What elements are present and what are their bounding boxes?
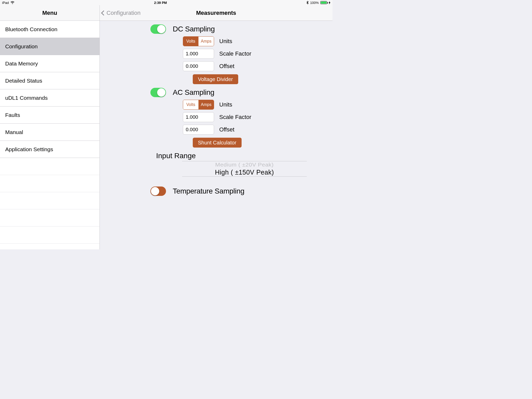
sidebar-item-label: Data Memory <box>5 61 38 67</box>
shunt-calculator-button[interactable]: Shunt Calculator <box>193 138 242 148</box>
sidebar-item-label: Manual <box>5 129 23 135</box>
wifi-icon <box>10 1 15 4</box>
sidebar-item-bluetooth-connection[interactable]: Bluetooth Connection <box>0 21 99 38</box>
sidebar-item-udl1-commands[interactable]: uDL1 Commands <box>0 89 99 107</box>
dc-offset-label: Offset <box>219 63 234 70</box>
ac-offset-label: Offset <box>219 126 234 133</box>
ac-units-segment[interactable]: Volts Amps <box>183 100 214 110</box>
sidebar-item-label: Detailed Status <box>5 78 42 84</box>
sidebar-item-empty <box>0 192 99 209</box>
input-range-picker[interactable]: Medium ( ±20V Peak) High ( ±150V Peak) <box>182 161 307 177</box>
dc-units-amps[interactable]: Amps <box>198 37 214 46</box>
sidebar-item-label: Bluetooth Connection <box>5 26 57 32</box>
dc-scale-factor-input[interactable] <box>183 49 214 59</box>
sidebar-item-detailed-status[interactable]: Detailed Status <box>0 72 99 89</box>
sidebar-list: Bluetooth Connection Configuration Data … <box>0 21 99 249</box>
ac-offset-input[interactable] <box>183 125 214 135</box>
sidebar-item-manual[interactable]: Manual <box>0 124 99 141</box>
sidebar-item-configuration[interactable]: Configuration <box>0 38 99 55</box>
ac-units-volts[interactable]: Volts <box>183 100 198 109</box>
sidebar-item-empty <box>0 209 99 227</box>
status-time: 2:39 PM <box>154 1 167 5</box>
ac-units-label: Units <box>219 101 232 108</box>
bluetooth-icon <box>307 1 309 4</box>
dc-units-segment[interactable]: Volts Amps <box>183 36 214 46</box>
input-range-label: Input Range <box>156 152 332 160</box>
back-label: Configuration <box>107 10 141 16</box>
sidebar-item-label: Application Settings <box>5 146 53 152</box>
status-bar: iPad 2:39 PM 100% <box>0 0 332 5</box>
dc-units-volts[interactable]: Volts <box>183 37 198 46</box>
sidebar-item-label: uDL1 Commands <box>5 95 48 101</box>
sidebar-item-data-memory[interactable]: Data Memory <box>0 55 99 72</box>
dc-units-label: Units <box>219 38 232 45</box>
sidebar-item-empty <box>0 175 99 192</box>
ac-sampling-toggle[interactable] <box>150 88 166 97</box>
sidebar-item-label: Configuration <box>5 43 38 50</box>
charging-icon <box>329 1 330 4</box>
sidebar-item-application-settings[interactable]: Application Settings <box>0 141 99 158</box>
battery-icon <box>320 1 327 4</box>
dc-sampling-toggle[interactable] <box>150 24 166 34</box>
back-button[interactable]: Configuration <box>102 5 141 21</box>
detail-pane: Configuration Measurements DC Sampling V… <box>100 5 332 249</box>
input-range-option-prev[interactable]: Medium ( ±20V Peak) <box>184 162 305 168</box>
page-title: Measurements <box>196 10 236 16</box>
dc-offset-input[interactable] <box>183 61 214 71</box>
sidebar-item-faults[interactable]: Faults <box>0 107 99 124</box>
dc-sampling-title: DC Sampling <box>173 25 215 33</box>
sidebar: Menu Bluetooth Connection Configuration … <box>0 5 100 249</box>
device-label: iPad <box>2 1 9 5</box>
battery-pct: 100% <box>310 1 319 5</box>
temperature-sampling-toggle[interactable] <box>150 187 166 196</box>
input-range-option-selected[interactable]: High ( ±150V Peak) <box>182 168 307 176</box>
dc-scale-factor-label: Scale Factor <box>219 50 251 57</box>
sidebar-item-empty <box>0 158 99 175</box>
ac-sampling-title: AC Sampling <box>173 88 214 97</box>
voltage-divider-button[interactable]: Voltage Divider <box>193 74 238 84</box>
ac-scale-factor-input[interactable] <box>183 112 214 122</box>
sidebar-item-empty <box>0 227 99 244</box>
sidebar-item-label: Faults <box>5 112 20 118</box>
ac-scale-factor-label: Scale Factor <box>219 114 251 121</box>
chevron-left-icon <box>101 10 106 16</box>
temperature-sampling-title: Temperature Sampling <box>173 187 244 195</box>
detail-header: Configuration Measurements <box>100 5 332 21</box>
ac-units-amps[interactable]: Amps <box>198 100 214 109</box>
sidebar-title: Menu <box>0 5 99 21</box>
